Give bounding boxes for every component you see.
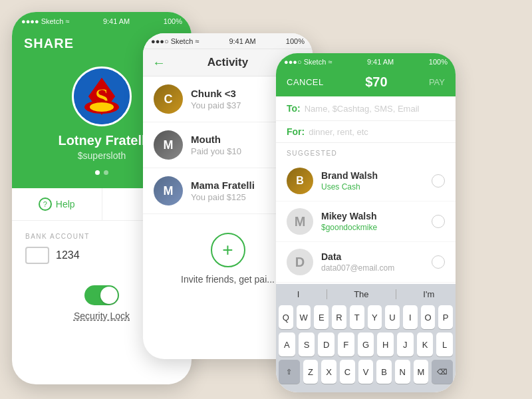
profile-handle: $supersloth (78, 150, 126, 161)
avatar-mouth: M (154, 130, 183, 160)
key-x[interactable]: X (321, 360, 336, 384)
suggestion-sub: $goondockmike (321, 223, 424, 232)
key-k[interactable]: K (417, 332, 434, 356)
avatar: S (72, 66, 132, 126)
phone1-battery: 100% (164, 17, 182, 25)
keyboard-row-2: A S D F G H J K L (279, 332, 453, 356)
avatar-data: D (287, 249, 313, 275)
cancel-button[interactable]: CANCEL (287, 77, 324, 87)
key-v[interactable]: V (358, 360, 374, 384)
shift-key[interactable]: ⇧ (279, 360, 300, 384)
phone3-status-bar: ●●●○ Sketch ≈ 9:41 AM 100% (276, 53, 456, 69)
key-y[interactable]: Y (368, 305, 382, 329)
delete-key[interactable]: ⌫ (432, 360, 453, 384)
security-label: Security Lock (74, 311, 130, 321)
svg-point-5 (90, 102, 114, 112)
key-r[interactable]: R (332, 305, 346, 329)
suggestion-name: Data (321, 251, 424, 262)
key-e[interactable]: E (314, 305, 329, 329)
avatar-mikey: M (287, 208, 313, 235)
key-d[interactable]: D (318, 332, 334, 356)
radio-button[interactable] (432, 255, 445, 269)
suggestion-info: Brand Walsh Uses Cash (321, 170, 424, 192)
phone2-battery: 100% (286, 37, 305, 45)
keyboard-row-1: Q W E R T Y U I O P (279, 305, 453, 329)
back-button[interactable]: ← (152, 55, 166, 70)
key-m[interactable]: M (414, 360, 429, 384)
key-q[interactable]: Q (279, 305, 293, 329)
page-dots (95, 170, 108, 175)
phone3-time: 9:41 AM (367, 58, 394, 66)
keyboard-suggestion-row: I The I'm (279, 288, 453, 303)
key-o[interactable]: O (421, 305, 436, 329)
key-i[interactable]: I (403, 305, 418, 329)
kb-suggestion-i[interactable]: I (297, 289, 300, 299)
to-input[interactable]: Name, $Cashtag, SMS, Email (305, 104, 420, 114)
phone3-signal-dots: ●●●○ Sketch ≈ (284, 58, 332, 66)
security-toggle[interactable] (84, 285, 119, 305)
key-h[interactable]: H (377, 332, 394, 356)
key-t[interactable]: T (350, 305, 364, 329)
share-label: SHARE (24, 36, 74, 51)
phone3-battery: 100% (429, 58, 448, 66)
phone1-status-bar: ●●●● Sketch ≈ 9:41 AM 100% (12, 12, 192, 29)
bank-number: 1234 (56, 249, 80, 261)
phone3-send: ●●●○ Sketch ≈ 9:41 AM 100% CANCEL $70 PA… (276, 53, 456, 392)
key-u[interactable]: U (385, 305, 400, 329)
suggestion-sub: Uses Cash (321, 182, 424, 192)
keyboard: I The I'm Q W E R T Y U I O P A S D F G … (276, 284, 456, 392)
to-section: To: Name, $Cashtag, SMS, Email (276, 96, 456, 121)
avatar-chunk: C (154, 84, 183, 114)
for-input[interactable]: dinner, rent, etc (309, 127, 368, 137)
phone2-signal-dots: ●●●○ Sketch ≈ (151, 37, 199, 45)
key-z[interactable]: Z (303, 360, 319, 384)
kb-suggestion-im[interactable]: I'm (423, 289, 434, 299)
list-item[interactable]: B Brand Walsh Uses Cash (276, 161, 456, 201)
profile-name: Lotney Fratell (58, 133, 145, 148)
to-row: To: Name, $Cashtag, SMS, Email (287, 103, 445, 114)
amount-display: $70 (365, 74, 387, 90)
list-item[interactable]: D Data data007@email.com (276, 242, 456, 283)
key-p[interactable]: P (438, 305, 453, 329)
suggestion-sub: data007@email.com (321, 263, 424, 273)
key-n[interactable]: N (395, 360, 410, 384)
keyboard-row-3: ⇧ Z X C V B N M ⌫ (279, 360, 453, 384)
invite-plus-button[interactable]: + (211, 233, 245, 267)
for-label: For: (287, 126, 305, 137)
suggested-label: SUGGESTED (276, 143, 456, 161)
radio-button[interactable] (432, 174, 445, 188)
toggle-knob (100, 287, 118, 304)
to-label: To: (287, 103, 301, 114)
key-f[interactable]: F (338, 332, 354, 356)
bank-card-icon (25, 247, 49, 264)
phone1-time: 9:41 AM (103, 17, 130, 25)
security-lock-label: Security Lock (74, 311, 130, 321)
avatar-mama: M (154, 176, 183, 205)
for-row: For: dinner, rent, etc (287, 126, 445, 137)
radio-button[interactable] (432, 215, 445, 228)
suggestion-name: Brand Walsh (321, 170, 424, 181)
tab-help-label: Help (56, 199, 75, 209)
phone2-time: 9:41 AM (229, 37, 255, 45)
invite-text: Invite friends, get pai... (181, 274, 275, 285)
key-a[interactable]: A (279, 332, 295, 356)
key-w[interactable]: W (297, 305, 311, 329)
suggestion-name: Mikey Walsh (321, 211, 424, 221)
key-l[interactable]: L (436, 332, 453, 356)
key-b[interactable]: B (376, 360, 392, 384)
suggestion-info: Data data007@email.com (321, 251, 424, 273)
key-c[interactable]: C (340, 360, 355, 384)
kb-suggestion-the[interactable]: The (354, 289, 368, 299)
avatar-brand: B (287, 168, 313, 194)
list-item[interactable]: M Mikey Walsh $goondockmike (276, 201, 456, 242)
tab-help[interactable]: ? Help (12, 188, 102, 220)
suggestion-info: Mikey Walsh $goondockmike (321, 211, 424, 232)
dot-active (95, 170, 100, 175)
activity-title: Activity (207, 56, 248, 69)
pay-button[interactable]: PAY (429, 77, 445, 87)
key-j[interactable]: J (397, 332, 414, 356)
phone1-signal-dots: ●●●● Sketch ≈ (21, 17, 69, 25)
key-g[interactable]: G (358, 332, 374, 356)
phone2-status-bar: ●●●○ Sketch ≈ 9:41 AM 100% (143, 33, 313, 49)
key-s[interactable]: S (299, 332, 315, 356)
